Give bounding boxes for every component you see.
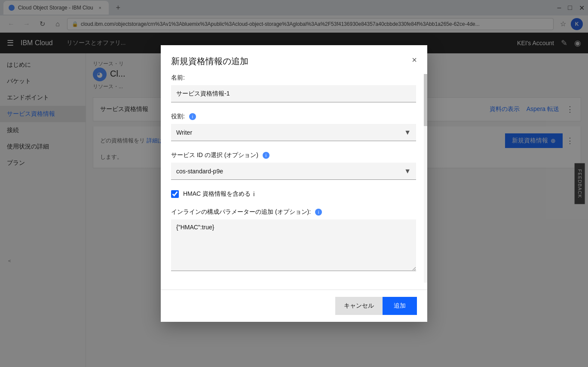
inline-params-textarea[interactable]: {"HMAC":true}	[171, 219, 416, 271]
modal-scrollbar-thumb	[424, 74, 427, 126]
role-form-group: 役割: i Manager Writer Reader ▼	[171, 113, 416, 141]
hmac-info-icon[interactable]: i	[253, 191, 254, 197]
name-form-group: 名前:	[171, 74, 416, 102]
role-label: 役割: i	[171, 113, 416, 120]
inline-params-label: インラインの構成パラメーターの追加 (オプション): i	[171, 208, 416, 216]
role-select[interactable]: Manager Writer Reader	[171, 124, 416, 141]
hmac-label[interactable]: HMAC 資格情報を含める i	[183, 190, 254, 198]
service-id-select[interactable]: cos-standard-p9e なし	[171, 163, 416, 180]
modal-overlay: 新規資格情報の追加 × 名前: 役割: i	[0, 0, 588, 367]
service-id-select-wrapper: cos-standard-p9e なし ▼	[171, 163, 416, 180]
name-input[interactable]	[171, 85, 416, 102]
hmac-checkbox[interactable]	[171, 190, 179, 198]
service-id-info-icon[interactable]: i	[263, 152, 270, 159]
inline-params-info-icon[interactable]: i	[315, 209, 322, 216]
modal-dialog: 新規資格情報の追加 × 名前: 役割: i	[161, 45, 427, 322]
modal-close-button[interactable]: ×	[412, 56, 417, 64]
modal-body: 名前: 役割: i Manager Writer	[161, 74, 424, 283]
hmac-form-group: HMAC 資格情報を含める i	[171, 190, 416, 198]
role-info-icon[interactable]: i	[189, 113, 196, 120]
service-id-label: サービス ID の選択 (オプション) i	[171, 151, 416, 159]
name-label: 名前:	[171, 74, 416, 82]
hmac-checkbox-group: HMAC 資格情報を含める i	[171, 190, 416, 198]
inline-params-form-group: インラインの構成パラメーターの追加 (オプション): i {"HMAC":tru…	[171, 208, 416, 272]
role-select-wrapper: Manager Writer Reader ▼	[171, 124, 416, 141]
modal-header: 新規資格情報の追加 ×	[161, 45, 427, 74]
cancel-button[interactable]: キャンセル	[335, 297, 383, 315]
modal-footer: キャンセル 追加	[161, 290, 427, 322]
add-button[interactable]: 追加	[383, 297, 417, 315]
modal-scrollbar[interactable]	[424, 74, 427, 283]
service-id-form-group: サービス ID の選択 (オプション) i cos-standard-p9e な…	[171, 151, 416, 180]
modal-title: 新規資格情報の追加	[171, 56, 248, 67]
